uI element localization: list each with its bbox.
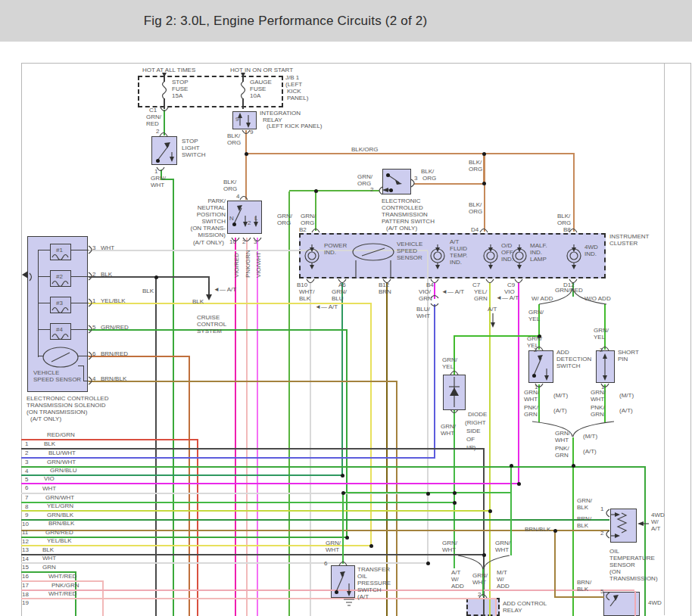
diagram-label: ORG bbox=[227, 139, 241, 146]
diagram-label: YEL bbox=[594, 334, 605, 341]
glyph bbox=[52, 308, 68, 313]
diagram-label: VEHICLE bbox=[33, 369, 59, 376]
diagram-label: BLK bbox=[577, 586, 588, 593]
diagram-label: A/T bbox=[450, 238, 459, 245]
diagram-label: PRESSURE bbox=[357, 580, 391, 586]
diagram-label: 15 bbox=[22, 564, 29, 571]
diagram-label: OF bbox=[466, 436, 475, 443]
diagram-label: 2 bbox=[370, 186, 373, 193]
diagram-label: GRN/ bbox=[442, 356, 457, 363]
glyph bbox=[615, 534, 620, 538]
diagram-label: WHT bbox=[524, 396, 538, 403]
diagram-label: GRN bbox=[555, 452, 569, 459]
glyph bbox=[344, 599, 354, 605]
diagram-label: VIO bbox=[504, 288, 515, 295]
junction-dot bbox=[369, 544, 373, 548]
diagram-label: PIN bbox=[618, 356, 628, 362]
indicator-bulb-icon bbox=[567, 244, 581, 269]
diagram-label: CRUISE bbox=[197, 314, 220, 321]
diagram-label: 4WD bbox=[651, 512, 665, 518]
diagram-label: TRANSMISSION) bbox=[609, 575, 658, 582]
diagram-label: BLK/ bbox=[223, 179, 236, 185]
diagram-label: #4 bbox=[56, 326, 63, 333]
diagram-label: #1 bbox=[56, 247, 63, 254]
junction-dot bbox=[232, 222, 236, 226]
diagram-label: WHT/RED bbox=[48, 573, 76, 580]
junction-dot bbox=[532, 374, 536, 378]
diagram-label: RED/GRN bbox=[47, 431, 75, 438]
diagram-label: WHT bbox=[42, 555, 56, 562]
diagram-label: BRN/ bbox=[577, 579, 591, 586]
diagram-label: 3 bbox=[25, 459, 28, 465]
diagram-label: GRN/ bbox=[151, 175, 166, 182]
junction-dot bbox=[482, 152, 486, 156]
diagram-label: PNK/ bbox=[591, 404, 605, 411]
diagram-label: 2 bbox=[600, 530, 603, 537]
indicator-bulb-icon bbox=[431, 244, 444, 269]
diagram-label: ◄— A/T bbox=[441, 288, 464, 295]
diagram-label: BRN/RED bbox=[101, 350, 128, 357]
glyph bbox=[618, 513, 626, 533]
diagram-label: 6 bbox=[324, 560, 327, 567]
diagram-label: DIODE bbox=[468, 411, 487, 418]
diagram-label: HOT AT ALL TIMES bbox=[142, 67, 195, 73]
diagram-label: YEL bbox=[528, 316, 540, 322]
glyph bbox=[254, 222, 258, 227]
diagram-label: BRN/BLK bbox=[48, 520, 74, 527]
diagram-label: OFF bbox=[501, 249, 513, 256]
diagram-label: OIL bbox=[609, 548, 619, 555]
diagram-label: NEUTRAL bbox=[198, 204, 226, 211]
diagram-label: BRN bbox=[379, 288, 391, 295]
diagram-label: C7 bbox=[472, 282, 480, 288]
diagram-label: YEL bbox=[442, 363, 454, 370]
diagram-label: GRN/RED bbox=[555, 287, 583, 294]
diagram-label: STOP bbox=[172, 79, 189, 86]
diagram-label: SHORT bbox=[618, 349, 639, 356]
glyph bbox=[242, 82, 245, 99]
glyph bbox=[206, 294, 212, 300]
diagram-label: #2 bbox=[56, 273, 63, 280]
junction-dot bbox=[572, 464, 575, 468]
diagram-label: (M/T) bbox=[553, 392, 568, 399]
diagram-label: WHT/RED bbox=[48, 590, 76, 597]
glyph bbox=[89, 377, 92, 384]
diagram-label: 17 bbox=[22, 582, 29, 589]
diagram-label: 2 bbox=[242, 238, 245, 245]
diagram-label: BLK bbox=[142, 288, 154, 294]
diagram-label: SPEED bbox=[397, 247, 417, 254]
glyph bbox=[22, 271, 28, 278]
diagram-label: BLK bbox=[192, 298, 204, 305]
junction-dot bbox=[453, 501, 457, 505]
diagram-label: PATTERN SWITCH bbox=[382, 218, 435, 225]
diagram-label: TRANSMISSION bbox=[382, 211, 428, 218]
diagram-label: BLK bbox=[577, 504, 588, 511]
diagram-label: SWITCH bbox=[201, 218, 226, 225]
diagram-label: VEHICLE bbox=[397, 241, 422, 247]
diagram-label: WHT bbox=[441, 430, 454, 437]
diagram-label: BLK bbox=[101, 271, 112, 278]
diagram-label: 6 bbox=[25, 484, 28, 491]
diagram-label: A/T bbox=[488, 306, 497, 313]
diagram-label: IND. bbox=[584, 250, 597, 257]
diagram-label: 6 bbox=[92, 350, 95, 357]
glyph bbox=[52, 282, 68, 287]
junction-dot bbox=[335, 590, 338, 594]
junction-dot bbox=[386, 173, 390, 177]
diagram-label: DETECTION bbox=[556, 356, 591, 362]
diagram-label: D4 bbox=[471, 226, 478, 233]
diagram-label: GRN/ bbox=[277, 213, 292, 219]
diagram-label: M/T bbox=[497, 569, 507, 576]
glyph bbox=[52, 334, 68, 340]
diagram-label: GRN/ bbox=[577, 497, 592, 504]
glyph bbox=[89, 272, 92, 280]
diagram-label: W/ bbox=[497, 576, 504, 583]
diagram-label: 8 bbox=[25, 503, 28, 510]
glyph bbox=[395, 180, 402, 185]
diagram-label: 9 bbox=[235, 116, 238, 123]
diagram-label: GRN/ bbox=[472, 572, 488, 579]
diagram-label: GRN/ bbox=[524, 389, 539, 396]
diagram-label: 11 bbox=[22, 529, 28, 536]
diagram-label: GRN/RED bbox=[45, 529, 73, 536]
diagram-label: CLUSTER bbox=[609, 240, 637, 247]
diagram-label: GRN/ bbox=[528, 309, 544, 316]
